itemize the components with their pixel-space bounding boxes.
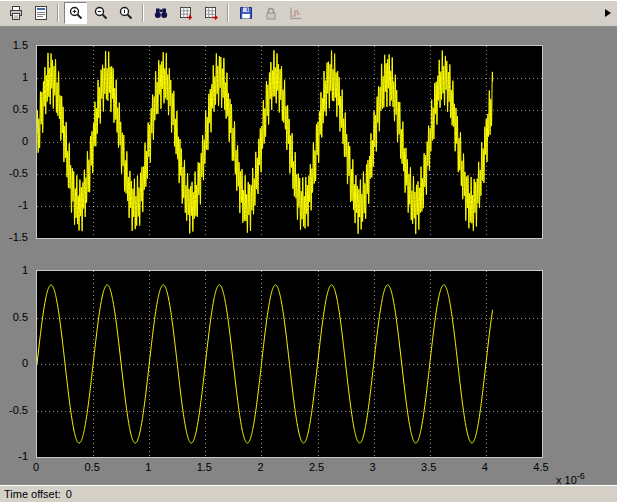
print-icon bbox=[8, 5, 24, 21]
x-axis-ticks: 00.511.522.533.544.5 bbox=[36, 460, 541, 474]
x-axis-tick-label: 0 bbox=[33, 461, 39, 473]
status-bar: Time offset: 0 bbox=[0, 484, 617, 502]
zoom-x-axis-button[interactable] bbox=[89, 2, 112, 24]
restore-axes-settings-button[interactable] bbox=[199, 2, 222, 24]
lock-axes-button[interactable] bbox=[259, 2, 282, 24]
x-axis-tick-label: 0.5 bbox=[84, 461, 99, 473]
scope-display-bottom[interactable] bbox=[36, 270, 543, 458]
zoom-y-axis-button[interactable] bbox=[114, 2, 137, 24]
x-axis-tick-label: 4 bbox=[482, 461, 488, 473]
x-axis-tick-label: 2 bbox=[257, 461, 263, 473]
x-axis-tick-label: 4.5 bbox=[533, 461, 548, 473]
x-axis-tick-label: 3 bbox=[370, 461, 376, 473]
y-axis-tick-label: 1.5 bbox=[13, 39, 28, 51]
parameters-button[interactable] bbox=[29, 2, 52, 24]
save-axes-icon bbox=[178, 5, 194, 21]
x-scale-exponent: -6 bbox=[577, 471, 585, 481]
signal-selection-icon bbox=[288, 5, 304, 21]
figure-area: 1.510.50-0.5-1-1.5 10.50-0.5-1 00.511.52… bbox=[0, 27, 617, 484]
parameters-icon bbox=[33, 5, 49, 21]
y-axis-tick-label: 0 bbox=[22, 135, 28, 147]
y-axis-tick-label: 1 bbox=[22, 264, 28, 276]
y-axis-tick-label: -0.5 bbox=[9, 167, 28, 179]
binoculars-icon bbox=[153, 5, 169, 21]
x-axis-tick-label: 3.5 bbox=[421, 461, 436, 473]
scope-display-top[interactable] bbox=[36, 45, 543, 239]
y-axis-ticks-bottom: 10.50-0.5-1 bbox=[0, 270, 33, 456]
toolbar-separator bbox=[227, 4, 229, 22]
signal-selection-button[interactable] bbox=[284, 2, 307, 24]
y-axis-tick-label: 0 bbox=[22, 357, 28, 369]
y-axis-ticks-top: 1.510.50-0.5-1-1.5 bbox=[0, 45, 33, 237]
time-offset-label: Time offset: bbox=[4, 488, 61, 500]
y-axis-tick-label: 0.5 bbox=[13, 103, 28, 115]
y-axis-tick-label: -1 bbox=[18, 199, 28, 211]
scope-window: 1.510.50-0.5-1-1.5 10.50-0.5-1 00.511.52… bbox=[0, 0, 617, 502]
toolbar-overflow-arrow[interactable] bbox=[605, 9, 611, 17]
restore-axes-icon bbox=[203, 5, 219, 21]
toolbar-separator bbox=[57, 4, 59, 22]
y-axis-tick-label: -0.5 bbox=[9, 404, 28, 416]
floppy-icon bbox=[238, 5, 254, 21]
zoom-button[interactable] bbox=[64, 2, 87, 24]
y-axis-tick-label: 0.5 bbox=[13, 311, 28, 323]
floating-scope-button[interactable] bbox=[234, 2, 257, 24]
toolbar bbox=[0, 0, 617, 27]
y-axis-tick-label: 1 bbox=[22, 71, 28, 83]
time-offset-value: 0 bbox=[66, 488, 72, 500]
autoscale-button[interactable] bbox=[149, 2, 172, 24]
toolbar-separator bbox=[142, 4, 144, 22]
x-axis-tick-label: 1.5 bbox=[197, 461, 212, 473]
y-axis-tick-label: -1 bbox=[18, 450, 28, 462]
zoom-y-icon bbox=[118, 5, 134, 21]
zoom-x-icon bbox=[93, 5, 109, 21]
save-axes-settings-button[interactable] bbox=[174, 2, 197, 24]
y-axis-tick-label: -1.5 bbox=[9, 231, 28, 243]
x-axis-tick-label: 1 bbox=[145, 461, 151, 473]
x-axis-tick-label: 2.5 bbox=[309, 461, 324, 473]
zoom-icon bbox=[68, 5, 84, 21]
lock-icon bbox=[263, 5, 279, 21]
print-button[interactable] bbox=[4, 2, 27, 24]
